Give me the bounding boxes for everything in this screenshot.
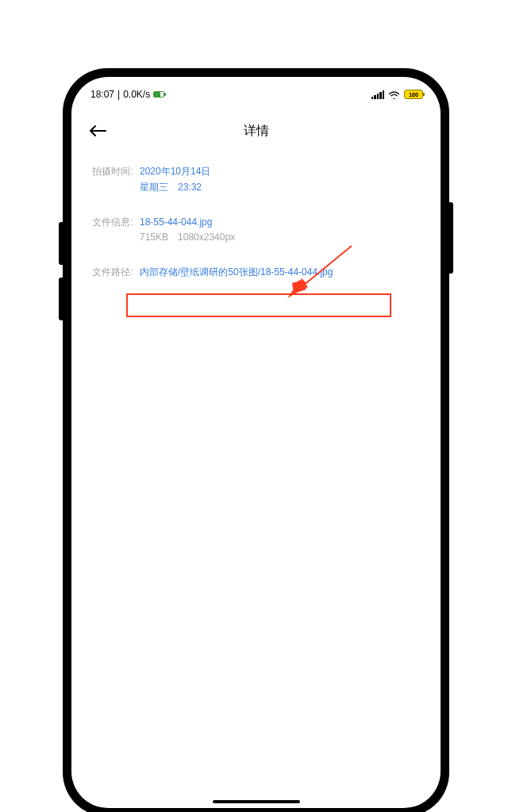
label-file-path: 文件路径: [92, 265, 140, 281]
battery-icon [153, 91, 164, 98]
back-button[interactable] [86, 119, 110, 143]
status-left: 18:07 | 0.0K/s [90, 89, 164, 100]
status-net-speed: 0.0K/s [123, 89, 150, 100]
value-shot-time: 2020年10月14日 星期三23:32 [140, 164, 420, 196]
row-file-path: 文件路径: 内部存储/壁纸调研的50张图/18-55-44-044.jpg [92, 265, 420, 281]
svg-marker-2 [294, 280, 306, 293]
status-bar: 18:07 | 0.0K/s 100 [71, 77, 441, 112]
signal-icon [371, 90, 385, 99]
wifi-icon [388, 90, 400, 99]
shot-day: 星期三 [140, 182, 168, 193]
label-shot-time: 拍摄时间: [92, 164, 140, 196]
shot-day-clock: 星期三23:32 [140, 180, 420, 196]
power-button[interactable] [449, 202, 453, 274]
label-file-info: 文件信息: [92, 215, 140, 247]
annotation-highlight [126, 293, 391, 317]
status-right: 100 [371, 90, 424, 99]
file-dims: 1080x2340px [178, 232, 235, 243]
value-file-info: 18-55-44-044.jpg 715KB1080x2340px [140, 215, 420, 247]
value-file-path: 内部存储/壁纸调研的50张图/18-55-44-044.jpg [140, 265, 420, 281]
status-time: 18:07 [90, 89, 114, 100]
shot-clock: 23:32 [178, 182, 202, 193]
file-name: 18-55-44-044.jpg [140, 215, 420, 231]
svg-marker-1 [292, 280, 303, 293]
page-title: 详情 [244, 123, 269, 140]
phone-frame: 18:07 | 0.0K/s 100 [63, 68, 449, 812]
content: 拍摄时间: 2020年10月14日 星期三23:32 文件信息: 18-55-4… [71, 150, 441, 281]
screen: 18:07 | 0.0K/s 100 [71, 77, 441, 808]
row-shot-time: 拍摄时间: 2020年10月14日 星期三23:32 [92, 164, 420, 196]
file-size: 715KB [140, 232, 168, 243]
status-sep: | [117, 89, 120, 100]
home-indicator[interactable] [213, 800, 300, 803]
file-meta: 715KB1080x2340px [140, 230, 420, 246]
file-path[interactable]: 内部存储/壁纸调研的50张图/18-55-44-044.jpg [140, 266, 333, 278]
battery-text: 100 [409, 92, 418, 98]
arrow-left-icon [89, 124, 106, 137]
battery-badge: 100 [404, 90, 423, 99]
row-file-info: 文件信息: 18-55-44-044.jpg 715KB1080x2340px [92, 215, 420, 247]
header: 详情 [71, 112, 441, 150]
shot-date: 2020年10月14日 [140, 164, 420, 180]
